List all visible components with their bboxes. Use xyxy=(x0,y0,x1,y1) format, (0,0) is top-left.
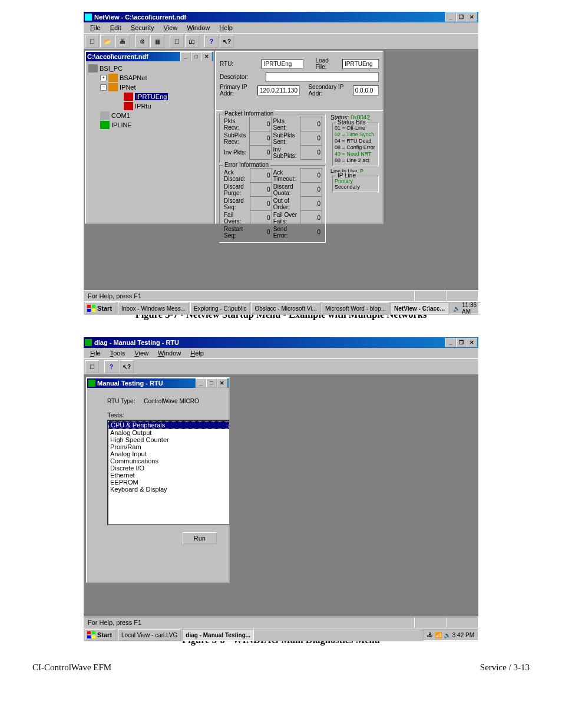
minimize-button[interactable]: _ xyxy=(445,338,456,347)
tests-listbox[interactable]: CPU & PeripheralsAnalog OutputHigh Speed… xyxy=(107,420,230,525)
pkt-label: Pkts Sent: xyxy=(272,117,300,131)
secondary-ip-label: Secondary IP Addr: xyxy=(308,84,349,97)
clock: 3:42 PM xyxy=(452,632,474,638)
menu-window[interactable]: Window xyxy=(183,24,214,32)
menu-edit[interactable]: Edit xyxy=(106,24,125,32)
tree-iprtueng[interactable]: IPRTUEng xyxy=(124,92,211,101)
window-title: NetView - C:\accol\current.ndf xyxy=(94,14,186,21)
list-item[interactable]: CPU & Peripherals xyxy=(108,421,229,429)
tree-minimize[interactable]: _ xyxy=(180,52,191,61)
start-button[interactable]: Start xyxy=(85,302,116,314)
toolbtn-tool1[interactable]: ⚙ xyxy=(135,35,149,48)
list-item[interactable]: Prom/Ram xyxy=(108,443,229,450)
tray-icon: 📶 xyxy=(435,632,442,638)
tree-ipline[interactable]: IPLINE xyxy=(100,120,211,130)
descriptor-field[interactable] xyxy=(266,72,379,82)
error-info-group: Ack Discard:0Ack Timeout:0Discard Purge:… xyxy=(219,165,326,243)
list-item[interactable]: Keyboard & Display xyxy=(108,486,229,493)
mt-maximize[interactable]: □ xyxy=(206,378,217,388)
list-item[interactable]: Discrete I/O xyxy=(108,465,229,472)
maximize-button[interactable]: ❐ xyxy=(456,338,467,347)
menu-window[interactable]: Window xyxy=(154,349,185,357)
maximize-button[interactable]: ❐ xyxy=(456,12,467,22)
status-bit: 40 = Need NRT xyxy=(335,151,376,157)
lineinuse-value: P xyxy=(360,168,363,174)
taskbar-item[interactable]: Local View - carl.LVG xyxy=(118,629,181,641)
toolbtn-whatsthis[interactable]: ↖? xyxy=(120,360,134,373)
menu-view[interactable]: View xyxy=(130,349,153,357)
toolbtn-print[interactable]: 🖶 xyxy=(115,35,130,48)
taskbar-item[interactable]: NetView - C:\acc... xyxy=(391,302,448,314)
toolbtn-tool2[interactable]: ▦ xyxy=(150,35,164,48)
list-item[interactable]: Analog Output xyxy=(108,429,229,436)
tree-bsapnet[interactable]: +BSAPNet xyxy=(100,73,211,83)
menu-security[interactable]: Security xyxy=(127,24,158,32)
primary-ip-field[interactable]: 120.0.211.130 xyxy=(257,85,300,95)
list-item[interactable]: High Speed Counter xyxy=(108,436,229,443)
collapse-icon[interactable]: − xyxy=(100,84,107,91)
taskbar-item[interactable]: Microsoft Word - blop... xyxy=(322,302,389,314)
status-bit: 01 = Off-Line xyxy=(335,125,376,131)
menu-help[interactable]: Help xyxy=(215,24,237,32)
menu-file[interactable]: File xyxy=(86,349,105,357)
secondary-ip-field[interactable]: 0.0.0.0 xyxy=(353,85,379,95)
rtu-info-panel: RTU:IPRTUEngLoad File:IPRTUEng Descripto… xyxy=(215,51,384,110)
tray-icon: 🔊 xyxy=(453,305,460,312)
status-pane-2 xyxy=(447,291,478,302)
taskbar-item[interactable]: diag - Manual Testing... xyxy=(182,629,254,641)
taskbar-item[interactable]: Obslacc - Microsoft Vi... xyxy=(251,302,320,314)
ipline-group: Primary Secondary xyxy=(332,176,379,192)
close-button[interactable]: ✕ xyxy=(467,338,477,347)
toolbtn-tool3[interactable]: ☐ xyxy=(170,35,184,48)
run-button[interactable]: Run xyxy=(183,532,217,544)
tests-label: Tests: xyxy=(107,411,222,419)
loadfile-field[interactable]: IPRTUEng xyxy=(342,59,379,69)
pkt-label: SubPkts Recv: xyxy=(223,131,250,146)
toolbtn-new[interactable]: ☐ xyxy=(85,360,99,373)
rtu-field[interactable]: IPRTUEng xyxy=(262,59,303,69)
computer-icon xyxy=(88,64,98,73)
page-footer: CI-ControlWave EFM Service / 3-13 xyxy=(32,663,530,673)
tree-maximize[interactable]: □ xyxy=(191,52,201,61)
menu-view[interactable]: View xyxy=(159,24,181,32)
toolbtn-open[interactable]: 📂 xyxy=(100,35,114,48)
tree-com1[interactable]: COM1 xyxy=(100,111,211,120)
pkt-value: 0 xyxy=(300,117,322,131)
menu-file[interactable]: File xyxy=(86,24,105,32)
err-value: 0 xyxy=(250,183,272,197)
window-titlebar: NetView - C:\accol\current.ndf _ ❐ ✕ xyxy=(84,12,478,22)
tree-iprtu[interactable]: IPRtu xyxy=(124,101,211,111)
mt-close[interactable]: ✕ xyxy=(217,378,227,388)
list-item[interactable]: Communications xyxy=(108,457,229,465)
toolbtn-new[interactable]: ☐ xyxy=(85,35,99,48)
taskbar-item[interactable]: Inbox - Windows Mess... xyxy=(118,302,189,314)
taskbar-item[interactable]: Exploring - C:\public xyxy=(190,302,250,314)
tree-root[interactable]: BSI_PC xyxy=(88,64,211,73)
mt-minimize[interactable]: _ xyxy=(196,378,206,388)
err-value: 0 xyxy=(300,183,322,197)
menu-tools[interactable]: Tools xyxy=(106,349,130,357)
toolbtn-tool4[interactable]: 🕮 xyxy=(185,35,199,48)
toolbtn-help[interactable]: ? xyxy=(104,360,118,373)
list-item[interactable]: EEPROM xyxy=(108,479,229,486)
toolbtn-help[interactable]: ? xyxy=(204,35,219,48)
list-item[interactable]: Ethernet xyxy=(108,472,229,479)
ipline-primary: Primary xyxy=(335,178,376,184)
taskbar: Start Local View - carl.LVGdiag - Manual… xyxy=(84,628,478,641)
windows-icon xyxy=(87,305,95,312)
descriptor-label: Descriptor: xyxy=(220,74,262,80)
minimize-button[interactable]: _ xyxy=(445,12,456,22)
toolbtn-whatsthis[interactable]: ↖? xyxy=(220,35,234,48)
tree-close[interactable]: ✕ xyxy=(201,52,212,61)
statusbar: For Help, press F1 xyxy=(84,617,478,628)
menu-help[interactable]: Help xyxy=(186,349,208,357)
start-button[interactable]: Start xyxy=(85,629,116,641)
screenshot-windiag: diag - Manual Testing - RTU _ ❐ ✕ File T… xyxy=(84,337,478,626)
status-pane-1 xyxy=(415,291,447,302)
rtu-icon xyxy=(124,93,133,101)
tree-ipnet[interactable]: −IPNet xyxy=(100,83,211,92)
list-item[interactable]: Analog Input xyxy=(108,450,229,457)
close-button[interactable]: ✕ xyxy=(467,12,477,22)
expand-icon[interactable]: + xyxy=(100,75,107,81)
tray-icon: 🔊 xyxy=(444,632,451,638)
